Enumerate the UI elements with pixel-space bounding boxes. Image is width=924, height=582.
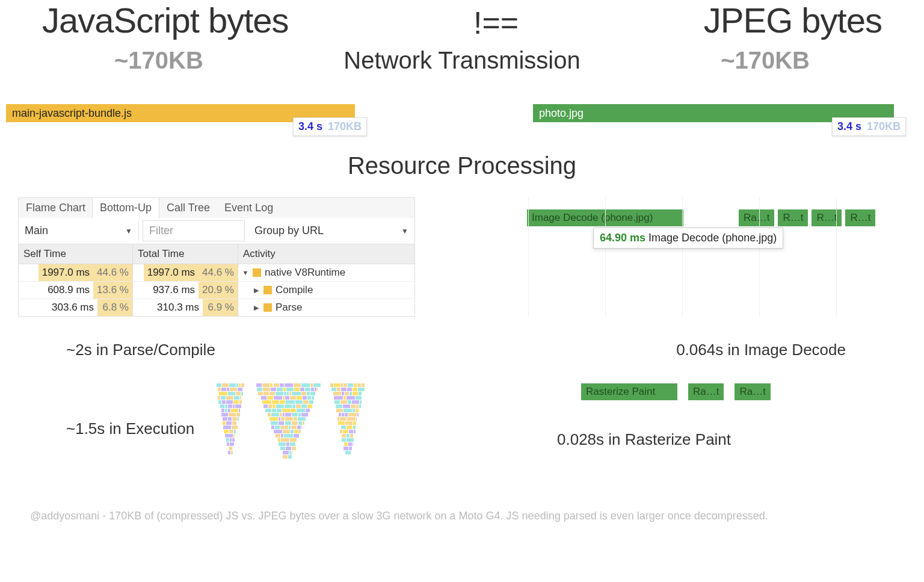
scripting-color-icon: [263, 303, 272, 312]
scripting-color-icon: [263, 286, 272, 294]
decode-chip: R…t: [845, 209, 875, 226]
chevron-down-icon: ▼: [125, 227, 132, 235]
jpg-badge: 3.4 s 170KB: [832, 117, 906, 136]
js-bundle-badge: 3.4 s 170KB: [293, 117, 367, 136]
filter-input[interactable]: Filter: [143, 220, 245, 241]
chevron-down-icon: ▼: [401, 227, 408, 235]
table-row[interactable]: 608.9 ms13.6 % 937.6 ms20.9 % ▶Compile: [18, 282, 415, 299]
summary-execution: ~1.5s in Execution: [66, 419, 194, 438]
summary-parse-compile: ~2s in Parse/Compile: [66, 341, 215, 359]
expand-icon[interactable]: ▶: [253, 304, 260, 312]
js-bundle-time: 3.4 s: [298, 120, 322, 132]
jpg-time: 3.4 s: [837, 120, 861, 132]
thread-select[interactable]: Main ▼: [19, 221, 139, 241]
tab-call-tree[interactable]: Call Tree: [159, 198, 217, 218]
expand-icon[interactable]: ▼: [242, 269, 249, 276]
decode-chip: R…t: [778, 209, 808, 226]
footer-credit: @addyosmani - 170KB of (compressed) JS v…: [6, 510, 918, 534]
kb-right: ~170KB: [721, 47, 810, 74]
thread-select-label: Main: [25, 224, 48, 237]
resource-processing-title: Resource Processing: [6, 152, 918, 179]
flame-chart-thumbnail: [212, 383, 369, 474]
devtools-panel: Flame Chart Bottom-Up Call Tree Event Lo…: [18, 197, 415, 317]
decode-chip: R…t: [812, 209, 842, 226]
table-row[interactable]: 1997.0 ms44.6 % 1997.0 ms44.6 % ▼native …: [18, 264, 415, 282]
heading-js-bytes: JavaScript bytes: [42, 0, 289, 40]
col-total-time[interactable]: Total Time: [133, 244, 238, 264]
raster-chip-main: Rasterize Paint: [581, 383, 677, 400]
scripting-color-icon: [253, 268, 261, 277]
kb-left: ~170KB: [114, 47, 203, 74]
network-transmission-title: Network Transmission: [343, 47, 580, 74]
raster-chip: Ra…t: [735, 383, 770, 400]
tab-event-log[interactable]: Event Log: [217, 198, 280, 218]
summary-image-decode: 0.064s in Image Decode: [676, 341, 846, 359]
raster-chip: Ra…t: [688, 383, 724, 400]
expand-icon[interactable]: ▶: [253, 286, 260, 294]
image-decode-timeline: Image Decode (phone.jpg) Ra…t R…t R…t R……: [509, 197, 894, 317]
decode-tooltip-label: Image Decode (phone.jpg): [648, 232, 777, 244]
decode-tooltip: 64.90 ms Image Decode (phone.jpg): [593, 228, 783, 249]
group-by-label: Group by URL: [254, 224, 324, 237]
decode-chip: Ra…t: [739, 209, 774, 226]
table-row[interactable]: 303.6 ms6.8 % 310.3 ms6.9 % ▶Parse: [18, 299, 415, 317]
summary-raster-paint: 0.028s in Rasterize Paint: [557, 430, 894, 449]
tab-bottom-up[interactable]: Bottom-Up: [92, 197, 159, 218]
js-bundle-size: 170KB: [328, 120, 362, 132]
col-activity[interactable]: Activity: [238, 244, 414, 264]
col-self-time[interactable]: Self Time: [19, 244, 133, 264]
group-by-select[interactable]: Group by URL ▼: [248, 221, 414, 241]
tab-flame-chart[interactable]: Flame Chart: [19, 198, 93, 218]
heading-not-equal: !==: [473, 0, 519, 41]
decode-chip-main: Image Decode (phone.jpg): [527, 209, 683, 226]
decode-tooltip-ms: 64.90 ms: [600, 232, 645, 244]
heading-jpeg-bytes: JPEG bytes: [704, 0, 882, 40]
jpg-size: 170KB: [867, 120, 901, 132]
